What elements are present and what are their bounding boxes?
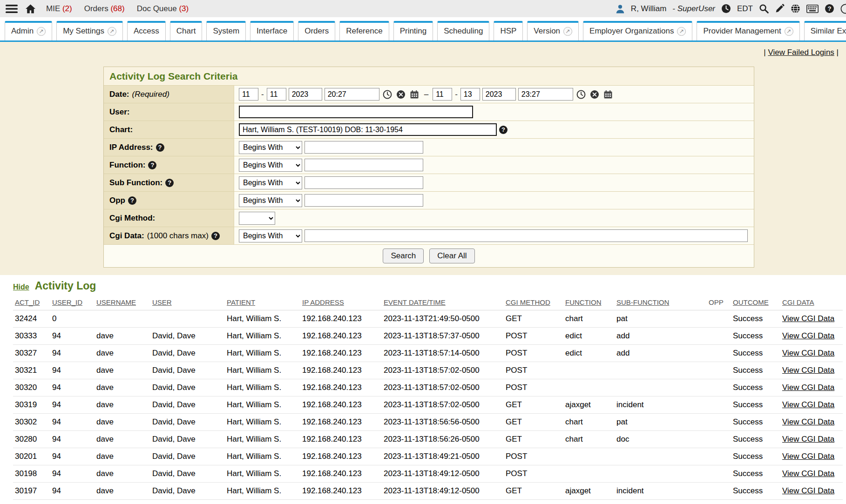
clock-icon[interactable] bbox=[721, 4, 731, 13]
view-cgi-data-link[interactable]: View CGI Data bbox=[782, 400, 834, 409]
keyboard-icon[interactable] bbox=[806, 5, 819, 13]
cell-event-date-time: 2023-11-13T18:57:02-0500 bbox=[382, 379, 504, 396]
to-calendar-icon[interactable] bbox=[603, 90, 613, 99]
tab-interface[interactable]: Interface bbox=[250, 21, 294, 40]
tab-access[interactable]: Access bbox=[127, 21, 166, 40]
ip-address-input[interactable] bbox=[305, 141, 423, 154]
column-header-sub-function[interactable]: SUB-FUNCTION bbox=[615, 294, 707, 310]
tab-scheduling[interactable]: Scheduling bbox=[437, 21, 489, 40]
column-header-cgi-data[interactable]: CGI DATA bbox=[780, 294, 843, 310]
cell-patient: Hart, William S. bbox=[225, 328, 300, 345]
tab-reference[interactable]: Reference bbox=[339, 21, 389, 40]
date-to-month-input[interactable] bbox=[433, 88, 452, 101]
opp-operator-select[interactable]: Begins With bbox=[239, 194, 302, 207]
search-button[interactable]: Search bbox=[383, 249, 424, 263]
view-cgi-data-link[interactable]: View CGI Data bbox=[782, 383, 834, 392]
column-header-patient[interactable]: PATIENT bbox=[225, 294, 300, 310]
date-from-year-input[interactable] bbox=[289, 88, 322, 101]
tab-hsp[interactable]: HSP bbox=[494, 21, 523, 40]
clear-all-button[interactable]: Clear All bbox=[429, 249, 474, 263]
cell-act-id: 30197 bbox=[13, 483, 50, 500]
view-cgi-data-link[interactable]: View CGI Data bbox=[782, 417, 834, 426]
tab-version[interactable]: Version↗ bbox=[527, 21, 579, 40]
svg-text:?: ? bbox=[827, 5, 831, 12]
date-to-year-input[interactable] bbox=[482, 88, 516, 101]
cell-username: dave bbox=[95, 328, 150, 345]
to-time-picker-icon[interactable] bbox=[576, 90, 586, 99]
date-from-time-input[interactable] bbox=[325, 88, 379, 101]
tab-chart[interactable]: Chart bbox=[170, 21, 203, 40]
profile-circle-icon[interactable] bbox=[840, 4, 846, 14]
sub-function-operator-select[interactable]: Begins With bbox=[239, 176, 302, 189]
search-icon[interactable] bbox=[759, 4, 769, 13]
sub-function-input[interactable] bbox=[305, 176, 423, 189]
date-from-month-input[interactable] bbox=[239, 88, 258, 101]
column-header-act-id[interactable]: ACT_ID bbox=[13, 294, 50, 310]
home-icon[interactable] bbox=[25, 4, 36, 13]
cell-username: dave bbox=[95, 483, 150, 500]
column-header-function[interactable]: FUNCTION bbox=[563, 294, 615, 310]
user-input[interactable] bbox=[239, 106, 473, 118]
ip-operator-select[interactable]: Begins With bbox=[239, 141, 302, 154]
nav-orders[interactable]: Orders (68) bbox=[84, 4, 125, 13]
log-table-body: 324240Hart, William S.192.168.240.123202… bbox=[13, 310, 843, 504]
chart-input[interactable] bbox=[239, 123, 497, 136]
globe-icon[interactable] bbox=[791, 4, 800, 13]
tab-provider-management[interactable]: Provider Management↗ bbox=[697, 21, 799, 40]
function-help-icon[interactable]: ? bbox=[148, 161, 156, 169]
cgi-data-input[interactable] bbox=[305, 229, 748, 242]
cell-patient: Hart, William S. bbox=[225, 465, 300, 483]
sub-function-help-icon[interactable]: ? bbox=[165, 179, 174, 187]
help-icon[interactable]: ? bbox=[825, 4, 834, 13]
date-from-day-input[interactable] bbox=[267, 88, 286, 101]
from-clear-icon[interactable] bbox=[396, 90, 406, 99]
opp-help-icon[interactable]: ? bbox=[128, 196, 136, 205]
tab-printing[interactable]: Printing bbox=[393, 21, 433, 40]
cell-cgi-data: View CGI Data bbox=[780, 362, 843, 379]
column-header-user[interactable]: USER bbox=[150, 294, 225, 310]
cell-cgi-data: View CGI Data bbox=[780, 328, 843, 345]
edit-pen-icon[interactable] bbox=[775, 4, 785, 13]
opp-input[interactable] bbox=[305, 194, 423, 207]
cgi-method-select[interactable] bbox=[239, 212, 275, 225]
column-header-outcome[interactable]: OUTCOME bbox=[731, 294, 780, 310]
view-cgi-data-link[interactable]: View CGI Data bbox=[782, 452, 834, 461]
tab-admin[interactable]: Admin↗ bbox=[5, 21, 52, 40]
tab-system[interactable]: System bbox=[206, 21, 246, 40]
from-calendar-icon[interactable] bbox=[410, 90, 419, 99]
function-operator-select[interactable]: Begins With bbox=[239, 159, 302, 172]
view-failed-logins-link[interactable]: View Failed Logins bbox=[768, 48, 834, 57]
column-header-cgi-method[interactable]: CGI METHOD bbox=[504, 294, 563, 310]
column-header-ip-address[interactable]: IP ADDRESS bbox=[300, 294, 382, 310]
hide-link[interactable]: Hide bbox=[13, 283, 29, 291]
view-cgi-data-link[interactable]: View CGI Data bbox=[782, 469, 834, 478]
cgi-data-operator-select[interactable]: Begins With bbox=[239, 229, 302, 242]
tab-orders[interactable]: Orders bbox=[298, 21, 335, 40]
column-header-username[interactable]: USERNAME bbox=[95, 294, 150, 310]
nav-mie[interactable]: MIE (2) bbox=[46, 4, 72, 13]
date-to-day-input[interactable] bbox=[460, 88, 480, 101]
current-user-name[interactable]: R, William bbox=[631, 4, 667, 13]
tab-label: HSP bbox=[500, 27, 516, 36]
view-cgi-data-link[interactable]: View CGI Data bbox=[782, 349, 834, 357]
nav-doc-queue[interactable]: Doc Queue (3) bbox=[137, 4, 189, 13]
view-cgi-data-link[interactable]: View CGI Data bbox=[782, 314, 834, 323]
chart-help-icon[interactable]: ? bbox=[499, 126, 508, 134]
function-input[interactable] bbox=[305, 159, 423, 171]
cgi-data-help-icon[interactable]: ? bbox=[211, 232, 220, 240]
view-cgi-data-link[interactable]: View CGI Data bbox=[782, 435, 834, 444]
to-clear-icon[interactable] bbox=[590, 90, 599, 99]
view-cgi-data-link[interactable]: View CGI Data bbox=[782, 366, 834, 375]
column-header-user-id[interactable]: USER_ID bbox=[50, 294, 95, 310]
ip-address-help-icon[interactable]: ? bbox=[156, 143, 164, 152]
external-link-icon: ↗ bbox=[785, 27, 793, 36]
tab-employer-organizations[interactable]: Employer Organizations↗ bbox=[583, 21, 692, 40]
from-time-picker-icon[interactable] bbox=[383, 90, 392, 99]
tab-my-settings[interactable]: My Settings↗ bbox=[56, 21, 123, 40]
date-to-time-input[interactable] bbox=[518, 88, 573, 101]
tab-similar-exposures[interactable]: Similar Exposures bbox=[804, 21, 846, 40]
menu-icon[interactable] bbox=[6, 4, 18, 13]
view-cgi-data-link[interactable]: View CGI Data bbox=[782, 486, 834, 495]
view-cgi-data-link[interactable]: View CGI Data bbox=[782, 331, 834, 340]
column-header-event-date-time[interactable]: EVENT DATE/TIME bbox=[382, 294, 504, 310]
